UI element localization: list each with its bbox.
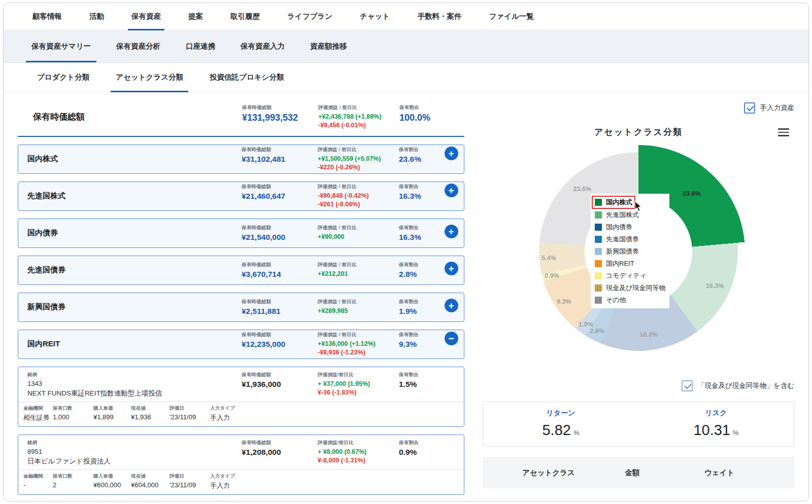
tab-holdings[interactable]: 保有資産 <box>118 3 175 30</box>
legend-swatch <box>595 272 602 279</box>
legend-label: 新興国債券 <box>606 247 639 256</box>
legend-label: コモディティ <box>606 271 647 280</box>
institution-value: 相生証券 <box>23 413 53 422</box>
subtab-holdings-input[interactable]: 保有資産入力 <box>228 30 297 62</box>
tab-fees-cases[interactable]: 手数料・案件 <box>403 3 475 30</box>
tab-proposal[interactable]: 提案 <box>175 3 217 30</box>
asset-row-emerging-bond: 新興国債券 保有時価総額¥2,511,881 評価損益 / 前日比+¥289,9… <box>18 293 464 322</box>
ratio-label: 保有割合 <box>399 332 438 338</box>
asset-ratio: 23.6% <box>399 155 438 164</box>
tab-chat[interactable]: チャット <box>346 3 403 30</box>
asset-row-domestic-reit: 国内REIT 保有時価総額¥12,235,000 評価損益 / 前日比+¥136… <box>18 330 464 359</box>
security-code: 8951 <box>27 448 242 455</box>
return-cell: リターン 5.82% <box>483 409 638 439</box>
institution-label: 金融機関 <box>23 473 53 480</box>
subtab-holdings-summary[interactable]: 保有資産サマリー <box>19 30 104 62</box>
market-value-label: 保有時価総額 <box>242 440 318 446</box>
tab-activity[interactable]: 活動 <box>76 3 118 30</box>
manual-assets-checkbox[interactable] <box>744 102 755 114</box>
asset-ratio: 16.3% <box>399 233 438 242</box>
subtab-account-link[interactable]: 口座連携 <box>173 30 228 62</box>
asset-pl-2: -¥261 (-0.06%) <box>318 200 399 209</box>
top-nav: 顧客情報 活動 保有資産 提案 取引履歴 ライフプラン チャット 手数料・案件 … <box>4 3 808 30</box>
classtab-asset-class[interactable]: アセットクラス分類 <box>103 63 196 92</box>
legend-item-other[interactable]: その他 <box>595 294 665 306</box>
include-cash-checkbox[interactable] <box>682 380 693 391</box>
return-label: リターン <box>483 409 638 418</box>
legend-swatch <box>595 248 602 255</box>
legend-label: 先進国債券 <box>606 235 639 244</box>
holding-pl-2: ¥-36 (-1.83%) <box>318 388 399 397</box>
total-summary-row: 保有時価総額 保有時価総額 ¥131,993,532 評価損益 / 前日比 +¥… <box>18 101 464 137</box>
return-value: 5.82% <box>483 422 638 439</box>
subtab-asset-trend[interactable]: 資産額推移 <box>297 30 360 62</box>
mouse-cursor-icon <box>634 201 642 212</box>
current-price-value: ¥1,936 <box>131 413 170 421</box>
purchase-price-label: 購入単価 <box>93 473 131 480</box>
pl-label: 評価損益 / 前日比 <box>318 104 399 111</box>
asset-name: 国内株式 <box>27 154 242 164</box>
expand-button[interactable]: + <box>445 147 458 160</box>
asset-name: 国内債券 <box>27 228 242 238</box>
asset-row-domestic-bond: 国内債券 保有時価総額¥21,540,000 評価損益 / 前日比+¥90,00… <box>18 219 464 248</box>
subtab-holdings-analysis[interactable]: 保有資産分析 <box>104 30 173 62</box>
chart-panel: 手入力資産 アセットクラス分類 23.6%16.3%16.3%2.8%1.9%9… <box>483 101 794 495</box>
security-name: 日本ビルファンド投資法人 <box>27 457 242 466</box>
market-value-label: 保有時価総額 <box>242 332 318 338</box>
asset-value: ¥21,540,000 <box>242 233 318 242</box>
ratio-label: 保有割合 <box>399 184 438 190</box>
holdings-subnav: 保有資産サマリー 保有資産分析 口座連携 保有資産入力 資産額推移 <box>4 30 808 63</box>
return-risk-panel: リターン 5.82% リスク 10.31% <box>483 402 794 447</box>
legend-swatch <box>595 211 602 219</box>
asset-name: 新興国債券 <box>27 302 242 312</box>
tab-life-plan[interactable]: ライフプラン <box>274 3 346 30</box>
asset-pl-2: -¥8,936 (-1.23%) <box>318 348 399 357</box>
valuation-date-value: '23/11/09 <box>170 413 210 421</box>
asset-value: ¥21,460,647 <box>242 192 318 201</box>
collapse-button[interactable]: − <box>445 332 458 345</box>
risk-cell: リスク 10.31% <box>638 409 794 439</box>
legend-item-emerging-bond[interactable]: 新興国債券 <box>595 245 665 258</box>
legend-item-developed-bond[interactable]: 先進国債券 <box>595 233 665 245</box>
security-name: NEXT FUNDS東証REIT指数連動型上場投信 <box>27 389 242 398</box>
classtab-fund-proxy[interactable]: 投資信託プロキシ分類 <box>196 63 297 92</box>
legend-label: 国内REIT <box>606 259 634 268</box>
asset-value: ¥3,670,714 <box>242 270 318 279</box>
holding-detail-card: 銘柄 8951 日本ビルファンド投資法人 保有時価総額¥1,208,000 評価… <box>18 435 464 495</box>
chart-legend: 国内株式 先進国株式 国内債券 先進国債券 新興国債券 国内REIT コモディテ… <box>591 194 669 308</box>
expand-button[interactable]: + <box>445 225 458 238</box>
legend-item-domestic-equity[interactable]: 国内株式 <box>592 196 635 209</box>
asset-value: ¥2,511,881 <box>242 307 318 316</box>
tab-transaction-history[interactable]: 取引履歴 <box>217 3 274 30</box>
holdings-list-panel: 保有時価総額 保有時価総額 ¥131,993,532 評価損益 / 前日比 +¥… <box>18 101 464 495</box>
market-value-label: 保有時価総額 <box>242 184 318 190</box>
tab-file-list[interactable]: ファイル一覧 <box>475 3 547 30</box>
security-code: 1343 <box>27 380 242 387</box>
legend-item-developed-equity[interactable]: 先進国株式 <box>595 209 665 221</box>
expand-button[interactable]: + <box>445 262 458 275</box>
market-value-label: 保有時価総額 <box>242 147 318 153</box>
legend-label: 国内債券 <box>606 223 632 232</box>
legend-item-cash[interactable]: 現金及び現金同等物 <box>595 282 665 294</box>
holding-value: ¥1,936,000 <box>242 380 318 389</box>
input-type-value: 手入力 <box>210 413 251 422</box>
chart-menu-icon[interactable] <box>778 126 789 138</box>
current-price-label: 現在値 <box>131 473 170 480</box>
tab-customer-info[interactable]: 顧客情報 <box>19 3 76 30</box>
market-value-label: 保有時価総額 <box>242 372 318 378</box>
legend-item-domestic-bond[interactable]: 国内債券 <box>595 221 665 233</box>
classtab-product[interactable]: プロダクト分類 <box>24 63 103 92</box>
legend-item-commodity[interactable]: コモディティ <box>595 270 665 282</box>
asset-ratio: 16.3% <box>399 192 438 201</box>
legend-swatch <box>595 224 602 231</box>
legend-swatch <box>595 284 602 292</box>
ratio-label: 保有割合 <box>399 299 438 305</box>
total-gain: +¥2,436,788 (+1.88%) <box>318 113 399 121</box>
legend-label: 現金及び現金同等物 <box>606 283 665 293</box>
manual-assets-row: 手入力資産 <box>483 101 794 115</box>
holding-detail-card: 銘柄 1343 NEXT FUNDS東証REIT指数連動型上場投信 保有時価総額… <box>18 367 464 427</box>
expand-button[interactable]: + <box>445 299 458 312</box>
expand-button[interactable]: + <box>445 184 458 197</box>
pl-label: 評価損益 / 前日比 <box>318 147 399 153</box>
legend-item-domestic-reit[interactable]: 国内REIT <box>595 258 665 270</box>
